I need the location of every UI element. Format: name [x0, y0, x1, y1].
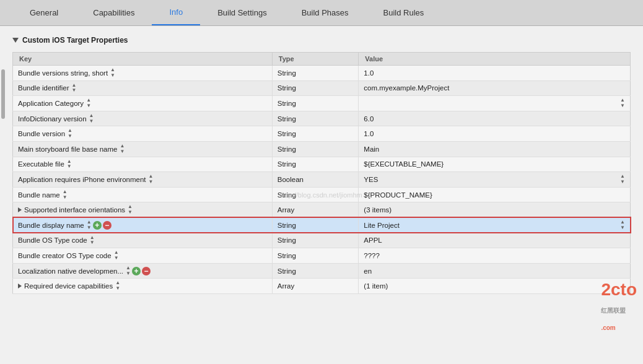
- watermark: 2cto 红黑联盟 .com: [601, 281, 637, 333]
- key-stepper[interactable]: ▲▼: [86, 98, 91, 109]
- cell-type: String: [272, 66, 359, 81]
- cell-value: 1.0: [359, 126, 631, 142]
- col-header-key: Key: [13, 53, 273, 66]
- cell-type: String: [272, 80, 359, 96]
- watermark-logo: 2cto 红黑联盟 .com: [601, 281, 637, 333]
- tab-info[interactable]: Info: [152, 0, 200, 25]
- table-row: Bundle OS Type code▲▼StringAPPL: [13, 233, 631, 248]
- key-stepper[interactable]: ▲▼: [120, 144, 125, 155]
- cell-type: String: [272, 187, 359, 202]
- cell-key: Bundle versions string, short▲▼: [13, 66, 273, 81]
- cell-key: Application Category▲▼: [13, 96, 273, 111]
- cell-type: Boolean: [272, 172, 359, 188]
- cell-value: ${EXECUTABLE_NAME}: [359, 157, 631, 172]
- cell-value: Main: [359, 141, 631, 157]
- cell-value: ▲▼: [359, 96, 631, 111]
- cell-key: Bundle version▲▼: [13, 126, 273, 142]
- remove-row-button[interactable]: −: [142, 267, 151, 275]
- main-content: Custom iOS Target Properties Key Type Va…: [0, 26, 643, 364]
- cell-key: Executable file▲▼: [13, 157, 273, 172]
- tab-general[interactable]: General: [12, 0, 76, 25]
- cell-key: Application requires iPhone environment▲…: [13, 172, 273, 188]
- cell-value: com.myexample.MyProject: [359, 80, 631, 96]
- cell-key: Bundle display name▲▼+−: [13, 217, 273, 233]
- section-header: Custom iOS Target Properties: [12, 36, 631, 45]
- cell-key: Supported interface orientations▲▼: [13, 202, 273, 218]
- cell-value: ${PRODUCT_NAME}: [359, 187, 631, 202]
- cell-value: ????: [359, 248, 631, 264]
- key-stepper[interactable]: ▲▼: [114, 250, 119, 261]
- tab-build-phases[interactable]: Build Phases: [284, 0, 366, 25]
- cell-value: Lite Project▲▼: [359, 217, 631, 233]
- col-header-type: Type: [272, 53, 359, 66]
- cell-type: String: [272, 248, 359, 264]
- tab-bar: General Capabilities Info Build Settings…: [0, 0, 643, 26]
- table-row: Bundle identifier▲▼Stringcom.myexample.M…: [13, 80, 631, 96]
- table-row: Localization native developmen...▲▼+−Str…: [13, 263, 631, 279]
- table-row: Required device capabilities▲▼Array(1 it…: [13, 279, 631, 294]
- scrollbar[interactable]: [1, 69, 5, 119]
- value-stepper[interactable]: ▲▼: [620, 220, 625, 231]
- value-stepper[interactable]: ▲▼: [620, 174, 625, 185]
- remove-row-button[interactable]: −: [103, 221, 112, 230]
- table-row: Supported interface orientations▲▼Array(…: [13, 202, 631, 218]
- section-collapse-icon[interactable]: [12, 38, 19, 43]
- add-row-button[interactable]: +: [93, 221, 102, 230]
- key-stepper[interactable]: ▲▼: [63, 189, 68, 201]
- key-stepper[interactable]: ▲▼: [90, 235, 95, 246]
- key-stepper[interactable]: ▲▼: [87, 220, 92, 231]
- cell-type: Array: [272, 279, 359, 294]
- cell-key: Bundle creator OS Type code▲▼: [13, 248, 273, 264]
- cell-value: 6.0: [359, 111, 631, 126]
- cell-value: (1 item): [359, 279, 631, 294]
- add-remove-buttons: +−: [93, 221, 112, 230]
- table-row: Bundle creator OS Type code▲▼String????: [13, 248, 631, 264]
- cell-key: Main storyboard file base name▲▼: [13, 141, 273, 157]
- key-stepper[interactable]: ▲▼: [148, 174, 153, 185]
- table-row: Application requires iPhone environment▲…: [13, 172, 631, 188]
- cell-value: 1.0: [359, 66, 631, 81]
- key-stepper[interactable]: ▲▼: [126, 266, 131, 277]
- cell-value: APPL: [359, 233, 631, 248]
- cell-type: String: [272, 141, 359, 157]
- tab-build-rules[interactable]: Build Rules: [366, 0, 442, 25]
- cell-key: Localization native developmen...▲▼+−: [13, 263, 273, 279]
- properties-table: Key Type Value Bundle versions string, s…: [12, 52, 631, 294]
- key-stepper[interactable]: ▲▼: [128, 204, 133, 215]
- cell-type: String: [272, 157, 359, 172]
- cell-key: Bundle OS Type code▲▼: [13, 233, 273, 248]
- table-row: Bundle name▲▼String${PRODUCT_NAME}: [13, 187, 631, 202]
- add-remove-buttons: +−: [132, 267, 151, 275]
- cell-key: InfoDictionary version▲▼: [13, 111, 273, 126]
- key-stepper[interactable]: ▲▼: [89, 113, 94, 124]
- cell-type: String: [272, 217, 359, 233]
- key-stepper[interactable]: ▲▼: [115, 280, 120, 292]
- table-row: Bundle version▲▼String1.0: [13, 126, 631, 142]
- table-header-row: Key Type Value: [13, 53, 631, 66]
- cell-type: String: [272, 263, 359, 279]
- table-row: Bundle versions string, short▲▼String1.0: [13, 66, 631, 81]
- cell-type: String: [272, 96, 359, 111]
- key-stepper[interactable]: ▲▼: [71, 83, 76, 94]
- table-row: Main storyboard file base name▲▼StringMa…: [13, 141, 631, 157]
- cell-key: Required device capabilities▲▼: [13, 279, 273, 294]
- cell-key: Bundle name▲▼: [13, 187, 273, 202]
- cell-value: (3 items): [359, 202, 631, 218]
- table-row: Executable file▲▼String${EXECUTABLE_NAME…: [13, 157, 631, 172]
- cell-value: YES▲▼: [359, 172, 631, 188]
- table-row: InfoDictionary version▲▼String6.0: [13, 111, 631, 126]
- cell-type: String: [272, 111, 359, 126]
- expand-icon[interactable]: [18, 284, 22, 288]
- key-stepper[interactable]: ▲▼: [67, 159, 72, 170]
- key-stepper[interactable]: ▲▼: [68, 128, 72, 139]
- section-title: Custom iOS Target Properties: [22, 36, 128, 45]
- cell-key: Bundle identifier▲▼: [13, 80, 273, 96]
- table-row: Application Category▲▼String▲▼: [13, 96, 631, 111]
- value-stepper[interactable]: ▲▼: [620, 98, 625, 109]
- expand-icon[interactable]: [18, 207, 22, 212]
- key-stepper[interactable]: ▲▼: [110, 67, 115, 79]
- tab-capabilities[interactable]: Capabilities: [76, 0, 152, 25]
- table-row: Bundle display name▲▼+−StringLite Projec…: [13, 217, 631, 233]
- tab-build-settings[interactable]: Build Settings: [200, 0, 284, 25]
- add-row-button[interactable]: +: [132, 267, 141, 275]
